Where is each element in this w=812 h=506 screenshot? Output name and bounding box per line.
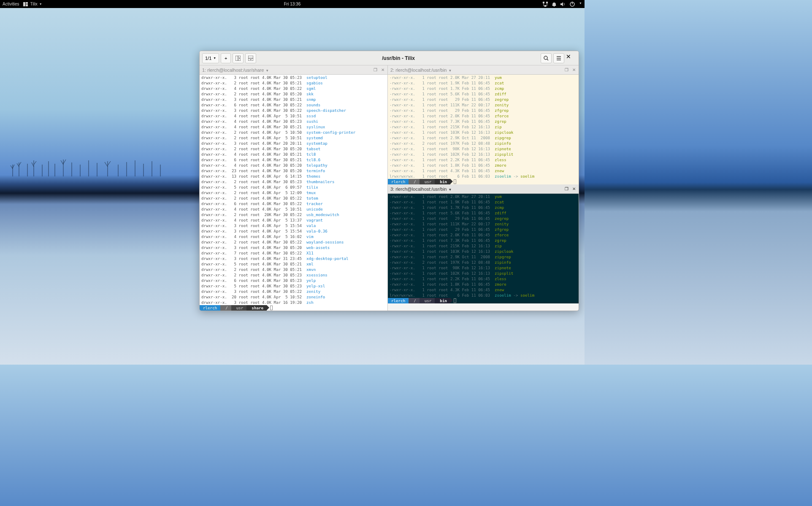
- ls-row: drwxr-xr-x. 4 root root 4.0K Apr 5 10:51…: [200, 206, 387, 212]
- ls-row: drwxr-xr-x. 4 root root 4.0K Apr 5 16:02…: [200, 234, 387, 239]
- ls-row: drwxr-xr-x. 3 root root 4.0K Mar 16 19:2…: [200, 300, 387, 305]
- titlebar: 1/1 ▼ + /usr/bin - Tilix ✕: [200, 51, 579, 65]
- ls-row: drwxr-xr-x. 20 root root 4.0K Apr 5 10:5…: [200, 294, 387, 300]
- svg-point-44: [544, 56, 547, 60]
- ls-row: drwxr-xr-x. 2 root root 4.0K Mar 30 05:2…: [200, 179, 387, 184]
- pane1-header[interactable]: 1: rlerch@localhost:/usr/share▼ ❐ ✕: [200, 65, 387, 75]
- svg-rect-32: [543, 2, 544, 3]
- activities-button[interactable]: Activities: [3, 2, 19, 6]
- ls-row: drwxr-xr-x. 3 root root 4.0K Apr 5 15:54…: [200, 223, 387, 228]
- pane2-header[interactable]: 2: rlerch@localhost:/usr/bin▼ ❐ ✕: [388, 65, 579, 75]
- svg-rect-33: [546, 2, 548, 3]
- ls-row: -rwxr-xr-x. 1 root root 4.3K Feb 11 06:4…: [388, 168, 579, 173]
- pane2-close[interactable]: ✕: [570, 66, 578, 74]
- ls-row: -rwxr-xr-x. 1 root root 215K Feb 12 16:1…: [388, 243, 579, 249]
- svg-line-9: [34, 161, 36, 165]
- pane1-close[interactable]: ✕: [379, 66, 387, 74]
- ls-row: drwxr-xr-x. 13 root root 4.0K Apr 6 14:1…: [200, 173, 387, 179]
- prompt[interactable]: rlerch/usrbin: [388, 298, 579, 303]
- new-session-button[interactable]: +: [221, 53, 231, 63]
- ls-row: -rwxr-xr-x. 1 root root 98K Feb 12 16:13…: [388, 146, 579, 152]
- ls-row: drwxr-xr-x. 2 root root 4.0K Mar 30 05:2…: [200, 91, 387, 97]
- ls-row: drwxr-xr-x. 3 root root 4.0K Mar 30 05:2…: [200, 97, 387, 102]
- ls-row: drwxr-xr-x. 2 root root 4.0K Mar 30 05:2…: [200, 80, 387, 86]
- svg-line-21: [105, 162, 108, 167]
- ls-row: drwxr-xr-x. 4 root root 4.0K Mar 30 05:2…: [200, 162, 387, 168]
- ls-row: drwxr-xr-x. 4 root root 4.0K Apr 5 13:37…: [200, 217, 387, 223]
- ls-row: -rwxr-xr-x. 1 root root 102K Feb 12 16:1…: [388, 152, 579, 157]
- ls-row: lrwxrwxrwx. 1 root root 6 Feb 11 06:03 z…: [388, 292, 579, 298]
- ls-row: drwxr-xr-x. 4 root root 4.0K Mar 30 05:2…: [200, 124, 387, 130]
- ls-row: -rwxr-xr-x. 2 root root 197K Feb 12 08:4…: [388, 141, 579, 146]
- ls-row: -rwxr-xr-x. 1 root root 103K Feb 12 16:1…: [388, 249, 579, 254]
- ls-row: -rwxr-xr-x. 1 root root 29 Feb 11 06:45 …: [388, 97, 579, 102]
- ls-row: -rwxr-xr-x. 1 root root 1.7K Feb 11 06:4…: [388, 86, 579, 91]
- ls-row: drwxr-xr-x. 6 root root 4.0K Mar 30 05:2…: [200, 102, 387, 108]
- power-icon: [570, 2, 575, 7]
- ls-row: -rwxr-xr-x. 1 root root 1.9K Feb 11 06:4…: [388, 80, 579, 86]
- svg-line-8: [32, 162, 34, 167]
- terminal-3[interactable]: -rwxr-xr-x. 1 root root 2.0K Mar 27 20:1…: [388, 194, 579, 303]
- ls-row: -rwxr-xr-x. 1 root root 2.0K Mar 27 20:1…: [388, 194, 579, 199]
- svg-line-45: [547, 59, 548, 60]
- tilix-app-icon: [23, 2, 28, 6]
- ls-row: -rwxr-xr-x. 1 root root 2.9K Oct 11 2008…: [388, 254, 579, 260]
- svg-line-2: [13, 165, 14, 168]
- ls-row: -rwxr-xr-x. 1 root root 1.8K Feb 11 06:4…: [388, 162, 579, 168]
- volume-icon: [560, 2, 566, 7]
- ls-row: -rwxr-xr-x. 2 root root 197K Feb 12 08:4…: [388, 260, 579, 265]
- terminal-1[interactable]: drwxr-xr-x. 3 root root 4.0K Mar 30 05:2…: [200, 75, 387, 311]
- ls-row: drwxr-xr-x. 2 root root 4.0K Mar 30 05:2…: [200, 239, 387, 245]
- ls-row: drwxr-xr-x. 2 root root 20K Mar 30 05:22…: [200, 212, 387, 217]
- svg-line-14: [61, 160, 63, 165]
- ls-row: drwxr-xr-x. 6 root root 4.0K Mar 30 05:2…: [200, 278, 387, 283]
- ls-row: drwxr-xr-x. 7 root root 4.0K Mar 30 05:2…: [200, 250, 387, 256]
- ls-row: -rwxr-xr-x. 1 root root 29 Feb 11 06:45 …: [388, 108, 579, 113]
- svg-rect-31: [26, 4, 28, 6]
- svg-line-15: [63, 160, 66, 164]
- prompt[interactable]: rlerch/usrbin: [388, 179, 579, 184]
- pane2-maximize[interactable]: ❐: [563, 66, 570, 74]
- svg-rect-30: [26, 2, 28, 4]
- system-menu-arrow: ▼: [579, 2, 582, 7]
- prompt[interactable]: rlerch/usrshare: [200, 305, 387, 311]
- ls-row: -rwxr-xr-x. 1 root root 1.7K Feb 11 06:4…: [388, 205, 579, 210]
- search-button[interactable]: [541, 53, 552, 63]
- ls-row: drwxr-xr-x. 6 root root 4.0K Mar 30 05:2…: [200, 157, 387, 162]
- session-switcher[interactable]: 1/1 ▼: [202, 53, 219, 63]
- ls-row: drwxr-xr-x. 3 root root 4.0K Apr 5 15:54…: [200, 228, 387, 234]
- ls-row: drwxr-xr-x. 4 root root 4.0K Mar 30 05:2…: [200, 152, 387, 157]
- ls-row: -rwxr-xr-x. 1 root root 98K Feb 12 16:13…: [388, 265, 579, 271]
- ls-row: drwxr-xr-x. 4 root root 4.0K Apr 5 10:51…: [200, 113, 387, 119]
- ls-row: drwxr-xr-x. 5 root root 4.0K Mar 30 05:2…: [200, 261, 387, 267]
- ls-row: drwxr-xr-x. 2 root root 4.0K Mar 30 05:2…: [200, 272, 387, 278]
- ls-row: drwxr-xr-x. 3 root root 4.0K Mar 30 05:2…: [200, 75, 387, 80]
- ls-row: drwxr-xr-x. 2 root root 4.0K Mar 30 05:2…: [200, 267, 387, 272]
- window-close-button[interactable]: ✕: [566, 53, 576, 63]
- pane1-maximize[interactable]: ❐: [371, 66, 379, 74]
- svg-line-5: [19, 162, 21, 165]
- terminal-2[interactable]: -rwxr-xr-x. 1 root root 2.0K Mar 27 20:1…: [388, 75, 579, 184]
- ls-row: -rwxr-xr-x. 1 root root 2.2K Feb 11 06:4…: [388, 157, 579, 162]
- hamburger-menu[interactable]: [553, 53, 564, 63]
- ls-row: -rwxr-xr-x. 1 root root 102K Feb 12 16:1…: [388, 271, 579, 276]
- ls-row: -rwxr-xr-x. 1 root root 2.9K Oct 11 2008…: [388, 135, 579, 141]
- wallpaper-trees: [8, 156, 177, 177]
- svg-line-1: [11, 165, 13, 169]
- ls-row: -rwxr-xr-x. 1 root root 103K Feb 12 16:1…: [388, 130, 579, 135]
- app-menu[interactable]: Tilix ▼: [23, 2, 42, 6]
- pane3-header[interactable]: 3: rlerch@localhost:/usr/bin▼ ❐ ✕: [388, 184, 579, 194]
- split-right-button[interactable]: [233, 53, 244, 63]
- clock[interactable]: Fri 13:36: [284, 2, 300, 6]
- system-tray[interactable]: ▼: [543, 2, 582, 7]
- ls-row: drwxr-xr-x. 4 root root 4.0K Mar 30 05:2…: [200, 86, 387, 91]
- ls-row: -rwxr-xr-x. 1 root root 2.2K Feb 11 06:4…: [388, 276, 579, 281]
- ls-row: drwxr-xr-x. 6 root root 4.0K Mar 30 05:2…: [200, 201, 387, 206]
- ls-row: drwxr-xr-x. 3 root root 4.0K Mar 31 23:4…: [200, 256, 387, 261]
- notifications-icon: [552, 2, 556, 7]
- pane3-close[interactable]: ✕: [570, 185, 578, 193]
- split-down-button[interactable]: [245, 53, 256, 63]
- ls-row: -rwxr-xr-x. 1 root root 29 Feb 11 06:45 …: [388, 216, 579, 221]
- ls-row: -rwxr-xr-x. 1 root root 29 Feb 11 06:45 …: [388, 227, 579, 232]
- pane3-maximize[interactable]: ❐: [563, 185, 570, 193]
